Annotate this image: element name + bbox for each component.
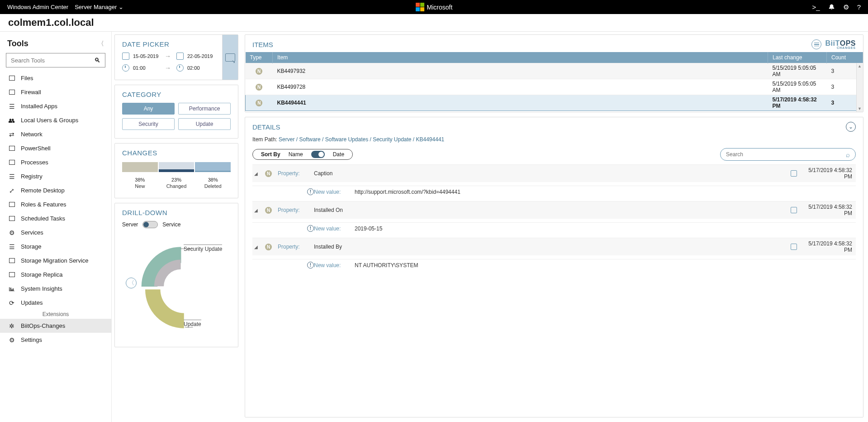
console-icon[interactable]: >_ [812, 3, 820, 11]
sidebar-item-storage-replica[interactable]: Storage Replica [0, 268, 111, 282]
sidebar-item-scheduled-tasks[interactable]: Scheduled Tasks [0, 211, 111, 225]
category-btn-performance[interactable]: Performance [178, 103, 231, 115]
item-path: Item Path: Server / Software / Software … [252, 136, 856, 143]
detail-subrow: ! New value: NT AUTHORITY\SYSTEM [252, 259, 856, 271]
sort-pill[interactable]: Sort By Name Date [252, 149, 353, 160]
from-time[interactable]: 01:00 [133, 65, 146, 71]
sidebar-item-registry[interactable]: ☰Registry [0, 169, 111, 183]
sidebar-item-firewall[interactable]: Firewall [0, 85, 111, 99]
search-icon: 🔍︎ [94, 57, 100, 64]
drilldown-title: DRILL-DOWN [122, 209, 231, 216]
sort-name[interactable]: Name [289, 151, 303, 158]
app-name[interactable]: Windows Admin Center [7, 4, 68, 10]
col-type[interactable]: Type [246, 52, 273, 63]
item-path-label: Item Path: [252, 136, 277, 143]
apply-date-button[interactable] [222, 35, 238, 80]
category-btn-security[interactable]: Security [122, 118, 175, 130]
server-manager-dropdown[interactable]: Server Manager ⌄ [75, 4, 123, 10]
to-date[interactable]: 22-05-2019 [187, 53, 213, 59]
sidebar-item-files[interactable]: Files [0, 71, 111, 85]
expand-icon[interactable]: ◢ [254, 171, 265, 176]
to-time[interactable]: 02:00 [187, 65, 200, 71]
collapse-sidebar-icon[interactable]: 〈 [98, 40, 104, 48]
calendar-icon [791, 170, 797, 177]
sidebar-item-updates[interactable]: ⟳Updates [0, 296, 111, 310]
sidebar-item-label: PowerShell [21, 145, 51, 152]
details-search-input[interactable] [726, 151, 846, 158]
ms-brand: Microsoft [416, 3, 453, 11]
col-count[interactable]: Count [827, 52, 863, 63]
sort-toggle[interactable] [311, 151, 325, 158]
sidebar-item-settings[interactable]: ⚙︎Settings [0, 333, 111, 347]
bar-deleted[interactable] [195, 162, 231, 172]
sidebar-item-network[interactable]: ⇄Network [0, 127, 111, 141]
details-panel: DETAILS ⌄ Item Path: Server / Software /… [245, 117, 863, 417]
sidebar-item-biitops-changes[interactable]: ✲BiitOps-Changes [0, 319, 111, 333]
table-row[interactable]: N KB4499728 5/15/2019 5:05:05 AM 3 [246, 79, 863, 95]
items-title: ITEMS [252, 41, 273, 48]
table-row[interactable]: N KB4497932 5/15/2019 5:05:05 AM 3 [246, 63, 863, 79]
from-date[interactable]: 15-05-2019 [133, 53, 158, 59]
sidebar-item-system-insights[interactable]: 📊︎System Insights [0, 282, 111, 296]
sidebar-item-label: Settings [21, 336, 42, 343]
sidebar-item-local-users[interactable]: 👥︎Local Users & Groups [0, 113, 111, 127]
info-icon: ! [307, 262, 314, 269]
drill-label-top[interactable]: Security Update [184, 245, 222, 252]
bar-new[interactable] [122, 162, 158, 172]
replica-icon [8, 271, 15, 278]
new-badge-icon: N [256, 84, 262, 91]
item-name: KB4494441 [273, 95, 768, 111]
drilldown-card: DRILL-DOWN Server Service [114, 203, 238, 347]
insights-icon: 📊︎ [8, 285, 15, 293]
scrollbar[interactable] [856, 63, 863, 112]
chevron-down-icon: ⌄ [119, 4, 123, 10]
sidebar-item-label: System Insights [21, 285, 62, 292]
help-icon[interactable]: ? [857, 3, 861, 11]
new-pct: 38% [122, 177, 158, 183]
timestamp: 5/17/2019 4:58:32 PM [800, 204, 852, 216]
expand-icon[interactable]: ◢ [254, 208, 265, 213]
sidebar-item-storage[interactable]: ☰Storage [0, 240, 111, 254]
drill-label-bot[interactable]: Update [184, 320, 201, 327]
sidebar-item-roles[interactable]: Roles & Features [0, 197, 111, 211]
sidebar-item-processes[interactable]: Processes [0, 155, 111, 169]
col-item[interactable]: Item [273, 52, 768, 63]
col-last[interactable]: Last change [768, 52, 827, 63]
detail-row[interactable]: ◢ N Property: Installed By 5/17/2019 4:5… [252, 238, 856, 255]
sidebar-item-services[interactable]: ⚙︎Services [0, 225, 111, 240]
clock-icon [122, 64, 129, 72]
search-tools-input[interactable] [11, 57, 90, 64]
migration-icon [8, 257, 15, 264]
calendar-icon [176, 53, 184, 60]
sidebar-item-label: BiitOps-Changes [21, 322, 65, 329]
category-btn-any[interactable]: Any [122, 103, 175, 115]
item-path-value[interactable]: Server / Software / Software Updates / S… [279, 136, 444, 143]
detail-row[interactable]: ◢ N Property: Caption 5/17/2019 4:58:32 … [252, 164, 856, 182]
ms-brand-label: Microsoft [427, 4, 453, 11]
sidebar-item-label: Files [21, 75, 33, 82]
arrow-right-icon: → [165, 64, 171, 72]
tasks-icon [8, 215, 15, 222]
table-row-selected[interactable]: N KB4494441 5/17/2019 4:58:32 PM 3 [246, 95, 863, 111]
details-search-box[interactable]: ⌕ [720, 148, 856, 161]
settings-gear-icon[interactable]: ⚙ [843, 3, 849, 11]
sidebar-item-powershell[interactable]: PowerShell [0, 141, 111, 155]
tools-list[interactable]: Files Firewall ☰Installed Apps 👥︎Local U… [0, 71, 111, 422]
panel-menu-icon[interactable] [811, 39, 821, 49]
bar-changed[interactable] [159, 162, 194, 172]
services-icon: ⚙︎ [8, 229, 15, 236]
category-btn-update[interactable]: Update [178, 118, 231, 130]
detail-row[interactable]: ◢ N Property: Installed On 5/17/2019 4:5… [252, 201, 856, 219]
collapse-details-icon[interactable]: ⌄ [846, 122, 856, 132]
category-title: CATEGORY [122, 91, 231, 98]
notifications-icon[interactable]: 🔔︎ [828, 3, 835, 11]
drilldown-toggle[interactable] [142, 221, 158, 228]
sidebar-item-storage-migration[interactable]: Storage Migration Service [0, 254, 111, 268]
search-tools-box[interactable]: 🔍︎ [6, 53, 105, 67]
server-hostname: colmem1.col.local [8, 17, 94, 29]
expand-icon[interactable]: ◢ [254, 245, 265, 249]
sidebar-item-remote-desktop[interactable]: ⤢Remote Desktop [0, 183, 111, 197]
sidebar-item-installed-apps[interactable]: ☰Installed Apps [0, 99, 111, 113]
drill-back-button[interactable]: 〈 [126, 278, 137, 288]
sort-date[interactable]: Date [333, 151, 344, 158]
